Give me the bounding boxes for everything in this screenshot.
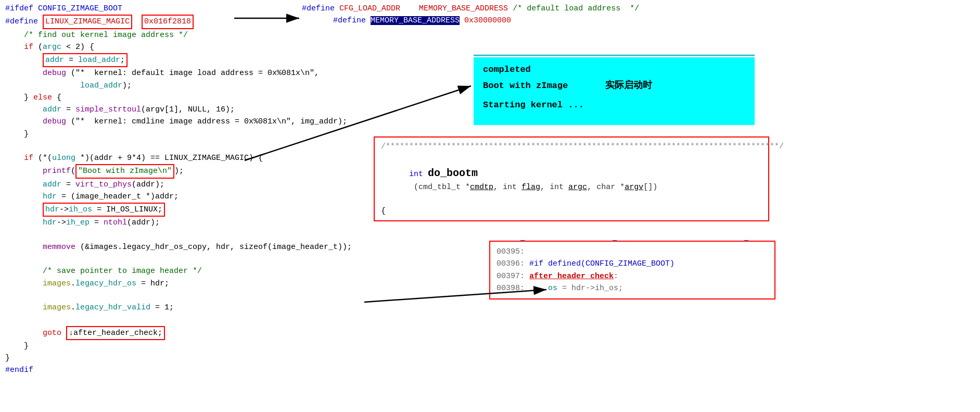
do-bootm-signature: int do_bootm (cmd_tbl_t *cmdtp, int flag… [381, 153, 762, 205]
line-debug1-cont: load_addr); [5, 80, 458, 92]
asm-line-398: 00398: os = hdr->ih_os; [497, 282, 768, 294]
line-images-valid: images.legacy_hdr_valid = 1; [5, 302, 458, 314]
line-addr-load: addr = load_addr; [5, 53, 458, 67]
mem-base-highlight: MEMORY_BASE_ADDRESS [371, 16, 460, 25]
line-debug1: debug ("* kernel: default image load add… [5, 67, 458, 79]
cyan-line2: Boot with zImage 实际启动时 [483, 78, 745, 94]
line-endif: #endif [5, 364, 458, 376]
do-bootm-box: /***************************************… [374, 136, 769, 221]
line-close-brace2: } [5, 340, 458, 352]
cyan-line3: Starting kernel ... [483, 94, 745, 113]
main-container: #ifdef CONFIG_ZIMAGE_BOOT #define LINUX_… [0, 0, 980, 412]
linux-magic-box: LINUX_ZIMAGE_MAGIC [43, 15, 132, 29]
goto-box: ↓after_header_check; [66, 326, 165, 340]
line-addr-simple: addr = simple_strtoul(argv[1], NULL, 16)… [5, 104, 458, 116]
addr-box: addr = load_addr; [43, 53, 128, 67]
line-debug2: debug ("* kernel: cmdline image address … [5, 116, 458, 128]
line-images-hdr: images.legacy_hdr_os = hdr; [5, 278, 458, 290]
line-else: } else { [5, 92, 458, 104]
right-code-top: #define CFG_LOAD_ADDR MEMORY_BASE_ADDRES… [302, 3, 744, 27]
printf-str-box: "Boot with zImage\n" [75, 164, 174, 178]
asm-box: 00395: 00396: #if defined(CONFIG_ZIMAGE_… [489, 241, 775, 299]
cyan-line1: completed [483, 63, 745, 78]
asm-line-396: 00396: #if defined(CONFIG_ZIMAGE_BOOT) [497, 258, 768, 270]
asm-top-dashes: — — — [520, 234, 748, 246]
magic-value-box: 0x016f2818 [142, 15, 194, 29]
asm-line-397: 00397: after_header_check: [497, 270, 768, 282]
line-cfg-load: #define CFG_LOAD_ADDR MEMORY_BASE_ADDRES… [302, 3, 744, 15]
line-comment-find: /* find out kernel image address */ [5, 29, 458, 41]
cyan-info-box: completed Boot with zImage 实际启动时 Startin… [474, 57, 755, 125]
asm-line-395: 00395: [497, 246, 768, 258]
line-comment-save: /* save pointer to image header */ [5, 265, 458, 277]
cyan-separator [474, 55, 755, 56]
line-if-argc: if (argc < 2) { [5, 41, 458, 53]
line-goto: goto ↓after_header_check; [5, 326, 458, 340]
line-mem-base: #define MEMORY_BASE_ADDRESS 0x30000000 [302, 15, 744, 27]
line-close-brace3: } [5, 352, 458, 364]
do-bootm-comment: /***************************************… [381, 141, 762, 153]
hdr-os-box: hdr->ih_os = IH_OS_LINUX; [43, 203, 165, 217]
do-bootm-open: { [381, 205, 762, 217]
line-memmove: memmove (&images.legacy_hdr_os_copy, hdr… [5, 241, 458, 253]
